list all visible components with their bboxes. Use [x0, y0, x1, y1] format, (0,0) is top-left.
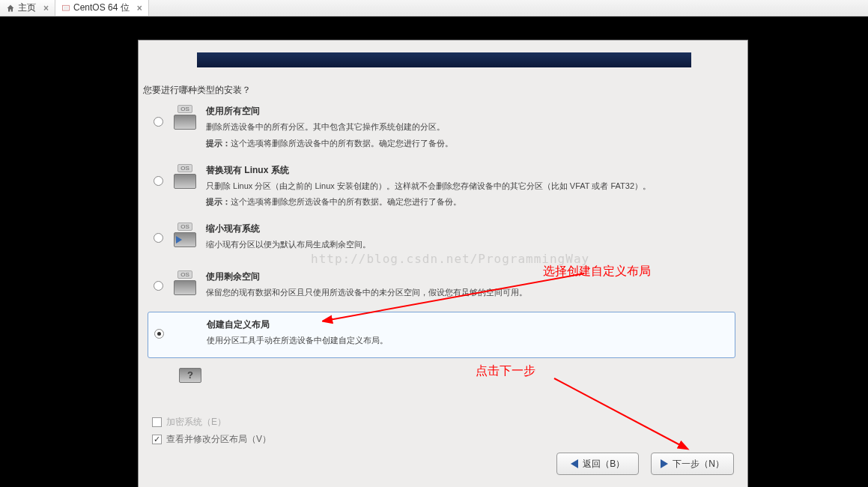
- option-title: 替换现有 Linux 系统: [206, 164, 731, 177]
- option-use-all-space[interactable]: OS 使用所有空间 删除所选设备中的所有分区。其中包含其它操作系统创建的分区。 …: [148, 99, 735, 155]
- option-custom-layout[interactable]: 创建自定义布局 使用分区工具手动在所选设备中创建自定义布局。: [148, 312, 735, 358]
- option-title: 缩小现有系统: [206, 223, 731, 235]
- close-icon[interactable]: ×: [43, 3, 49, 13]
- checkbox-icon[interactable]: [152, 435, 162, 444]
- tab-home-label: 主页: [18, 1, 36, 14]
- vm-display: 您要进行哪种类型的安装？ OS 使用所有空间 删除所选设备中的所有分区。其中包含…: [0, 16, 868, 487]
- arrow-left-icon: [571, 459, 578, 468]
- disk-icon: OS: [172, 164, 198, 189]
- svg-rect-1: [64, 6, 68, 9]
- banner: [197, 52, 691, 67]
- annotation-click-next: 点击下一步: [476, 363, 535, 379]
- next-button-label: 下一步（N）: [673, 458, 724, 471]
- back-button-label: 返回（B）: [583, 458, 625, 471]
- radio[interactable]: [154, 176, 163, 186]
- checkbox-icon[interactable]: [152, 417, 162, 427]
- option-desc: 缩小现有分区以便为默认布局生成剩余空间。: [206, 238, 731, 251]
- home-icon: [6, 4, 15, 13]
- option-tip: 提示：这个选项将删除您所选设备中的所有数据。确定您进行了备份。: [206, 196, 731, 208]
- checkbox-encrypt[interactable]: 加密系统（E）: [152, 416, 226, 429]
- tab-bar: 主页 × CentOS 64 位 ×: [0, 0, 868, 16]
- option-title: 创建自定义布局: [207, 318, 730, 331]
- tab-home[interactable]: 主页 ×: [0, 0, 55, 16]
- arrow-right-icon: [661, 459, 668, 468]
- disk-icon: OS: [172, 105, 198, 130]
- install-type-question: 您要进行哪种类型的安装？: [143, 84, 251, 97]
- radio[interactable]: [154, 329, 164, 339]
- option-title: 使用所有空间: [206, 105, 731, 118]
- vm-icon: [61, 4, 70, 13]
- tab-vm[interactable]: CentOS 64 位 ×: [55, 0, 149, 16]
- close-icon[interactable]: ×: [137, 3, 142, 13]
- option-desc: 保留您的现有数据和分区且只使用所选设备中的未分区空间，假设您有足够的空间可用。: [206, 286, 731, 299]
- radio[interactable]: [154, 281, 163, 291]
- checkbox-label: 查看并修改分区布局（V）: [166, 433, 271, 446]
- option-desc: 只删除 Linux 分区（由之前的 Linux 安装创建的）。这样就不会删除您存…: [206, 180, 731, 193]
- option-replace-linux[interactable]: OS 替换现有 Linux 系统 只删除 Linux 分区（由之前的 Linux…: [148, 158, 735, 214]
- options-list: OS 使用所有空间 删除所选设备中的所有分区。其中包含其它操作系统创建的分区。 …: [148, 99, 735, 361]
- annotation-select-custom: 选择创建自定义布局: [543, 264, 651, 279]
- button-bar: 返回（B） 下一步（N）: [556, 453, 734, 475]
- disk-icon: OS: [172, 223, 198, 247]
- next-button[interactable]: 下一步（N）: [651, 453, 734, 475]
- checkbox-label: 加密系统（E）: [166, 416, 226, 429]
- tab-vm-label: CentOS 64 位: [73, 1, 130, 14]
- option-tip: 提示：这个选项将删除所选设备中的所有数据。确定您进行了备份。: [206, 138, 731, 149]
- option-desc: 删除所选设备中的所有分区。其中包含其它操作系统创建的分区。: [206, 121, 731, 133]
- disk-icon: OS: [172, 270, 198, 295]
- back-button[interactable]: 返回（B）: [556, 453, 639, 475]
- checkbox-review[interactable]: 查看并修改分区布局（V）: [152, 433, 271, 446]
- option-desc: 使用分区工具手动在所选设备中创建自定义布局。: [207, 334, 730, 347]
- radio[interactable]: [154, 233, 163, 243]
- disk-icon: [172, 318, 199, 339]
- radio[interactable]: [154, 117, 163, 127]
- option-title: 使用剩余空间: [206, 270, 731, 283]
